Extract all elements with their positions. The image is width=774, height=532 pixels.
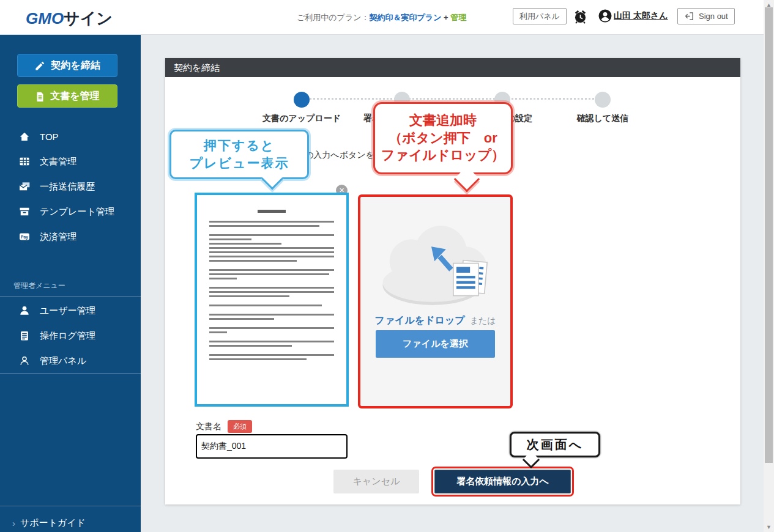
usage-panel-button[interactable]: 利用パネル <box>513 8 567 24</box>
upload-instruction-text: の入力へボタンを <box>305 150 374 161</box>
support-guide-label: サポートガイド <box>20 517 86 529</box>
user-avatar-icon <box>598 9 612 23</box>
home-icon <box>18 130 31 142</box>
signout-icon <box>684 11 694 21</box>
select-file-button[interactable]: ファイルを選択 <box>376 330 495 358</box>
mail-stack-icon <box>18 180 31 193</box>
preview-text-lines <box>258 210 286 213</box>
plan-name: 契約印＆実印プラン <box>370 13 442 22</box>
document-name-input[interactable] <box>196 434 348 459</box>
support-guide-link[interactable]: › サポートガイド <box>12 517 86 529</box>
required-badge: 必須 <box>228 420 252 433</box>
document-preview[interactable] <box>195 193 349 407</box>
sidebar-conclude-contract-button[interactable]: 契約を締結 <box>17 54 117 77</box>
upload-callout-line1: 文書追加時 <box>409 112 477 130</box>
sidebar-item-label: 操作ログ管理 <box>40 330 95 342</box>
drop-files-text: ファイルをドロップまたは <box>360 314 510 327</box>
signout-button[interactable]: Sign out <box>677 8 735 24</box>
sidebar-item-user-management[interactable]: ユーザー管理 <box>0 301 141 320</box>
svg-text:Pay: Pay <box>21 235 28 240</box>
manage-documents-label: 文書を管理 <box>50 90 99 103</box>
sidebar-divider <box>0 296 141 297</box>
sidebar-item-document-management[interactable]: 文書管理 <box>0 152 141 171</box>
file-dropzone[interactable]: ファイルをドロップまたは ファイルを選択 <box>358 194 513 408</box>
sidebar-item-payment-management[interactable]: Pay 決済管理 <box>0 227 141 246</box>
upload-callout-line2: （ボタン押下 or <box>389 130 497 147</box>
scrollbar-thumb[interactable] <box>765 7 773 463</box>
cancel-button[interactable]: キャンセル <box>333 470 419 493</box>
submit-annotation-ring: 署名依頼情報の入力へ <box>431 467 574 497</box>
next-screen-callout-text: 次画面へ <box>527 437 583 453</box>
document-icon <box>35 91 45 102</box>
user-icon <box>18 305 31 317</box>
plan-prefix: ご利用中のプラン： <box>297 13 370 22</box>
preview-callout-line1: 押下すると <box>204 137 275 154</box>
upload-callout-line3: ファイルドロップ） <box>381 147 505 164</box>
go-to-signature-request-button[interactable]: 署名依頼情報の入力へ <box>434 470 571 493</box>
sidebar-item-label: 決済管理 <box>40 231 76 243</box>
logo-gmo-text: GMO <box>26 9 64 28</box>
scroll-down-icon[interactable]: ▼ <box>764 524 774 530</box>
app-window: GMOサイン ご利用中のプラン：契約印＆実印プラン + 管理 利用パネル <box>0 0 774 532</box>
user-name-link[interactable]: 山田 太郎さん <box>614 10 668 21</box>
sidebar-item-top[interactable]: TOP <box>0 127 141 146</box>
sidebar-item-operation-log[interactable]: 操作ログ管理 <box>0 327 141 345</box>
logo-sign-text: サイン <box>64 9 113 28</box>
step-label-upload: 文書のアップロード <box>262 113 341 124</box>
sidebar-item-admin-panel[interactable]: 管理パネル <box>0 352 141 370</box>
table-icon <box>18 155 31 168</box>
preview-page <box>209 210 334 363</box>
signout-label: Sign out <box>699 12 728 21</box>
upload-callout-bubble: 文書追加時 （ボタン押下 or ファイルドロップ） <box>373 102 513 174</box>
or-label: または <box>470 316 496 325</box>
document-name-label: 文書名 <box>196 421 221 432</box>
browser-scrollbar[interactable]: ▲ ▼ <box>764 0 774 532</box>
top-header: GMOサイン ご利用中のプラン：契約印＆実印プラン + 管理 利用パネル <box>0 0 764 35</box>
alarm-clock-icon[interactable] <box>573 9 588 24</box>
chevron-right-icon: › <box>12 518 15 528</box>
sidebar: 契約を締結 文書を管理 TOP <box>0 35 141 532</box>
sidebar-item-template-management[interactable]: テンプレート管理 <box>0 202 141 221</box>
page-title: 契約を締結 <box>165 58 740 77</box>
sidebar-item-bulk-send-history[interactable]: 一括送信履歴 <box>0 177 141 196</box>
sidebar-item-label: 管理パネル <box>40 355 86 367</box>
admin-panel-icon <box>18 355 31 367</box>
sidebar-divider <box>0 373 141 374</box>
preview-callout-bubble: 押下すると プレビュー表示 <box>169 130 309 179</box>
sidebar-item-label: TOP <box>40 131 59 142</box>
sidebar-item-label: ユーザー管理 <box>40 305 95 317</box>
drop-label: ファイルをドロップ <box>374 315 464 325</box>
sidebar-item-label: 一括送信履歴 <box>40 181 95 193</box>
sidebar-item-label: テンプレート管理 <box>40 206 114 218</box>
stepper-connector <box>302 98 603 100</box>
current-plan-text: ご利用中のプラン：契約印＆実印プラン + 管理 <box>297 12 466 23</box>
pen-sign-icon <box>34 60 46 72</box>
cloud-upload-icon <box>374 216 499 314</box>
step-label-confirm-send: 確認して送信 <box>577 113 629 124</box>
admin-menu-header: 管理者メニュー <box>13 281 65 291</box>
sidebar-manage-documents-button[interactable]: 文書を管理 <box>17 84 117 108</box>
document-name-row: 文書名 必須 <box>196 420 252 433</box>
plan-admin: 管理 <box>450 13 466 22</box>
pay-icon: Pay <box>18 231 31 243</box>
usage-panel-label: 利用パネル <box>519 11 560 22</box>
gmo-sign-logo[interactable]: GMOサイン <box>26 8 113 29</box>
sidebar-divider <box>0 506 141 506</box>
plan-plus: + <box>444 13 448 22</box>
archive-icon <box>18 205 31 218</box>
conclude-contract-label: 契約を締結 <box>51 59 100 72</box>
step-circle-4 <box>595 92 611 108</box>
next-screen-callout-bubble: 次画面へ <box>510 432 600 457</box>
sidebar-item-label: 文書管理 <box>40 156 76 168</box>
log-icon <box>18 330 31 342</box>
step-circle-1 <box>294 92 310 108</box>
